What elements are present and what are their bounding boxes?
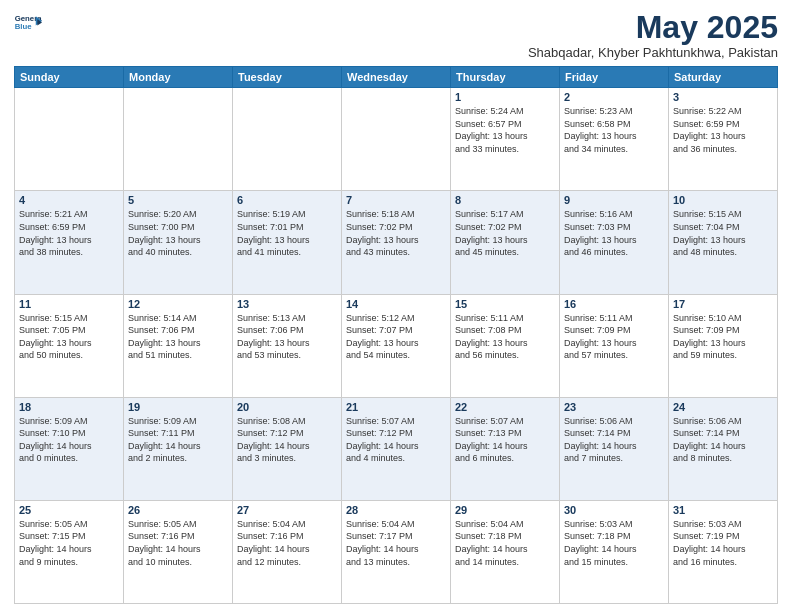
calendar-table: SundayMondayTuesdayWednesdayThursdayFrid… — [14, 66, 778, 604]
location-title: Shabqadar, Khyber Pakhtunkhwa, Pakistan — [528, 45, 778, 60]
day-info: Sunrise: 5:09 AM Sunset: 7:10 PM Dayligh… — [19, 415, 119, 465]
calendar-cell: 14Sunrise: 5:12 AM Sunset: 7:07 PM Dayli… — [342, 294, 451, 397]
day-info: Sunrise: 5:07 AM Sunset: 7:12 PM Dayligh… — [346, 415, 446, 465]
weekday-header-saturday: Saturday — [669, 67, 778, 88]
calendar-cell: 4Sunrise: 5:21 AM Sunset: 6:59 PM Daylig… — [15, 191, 124, 294]
day-number: 3 — [673, 91, 773, 103]
calendar-cell: 2Sunrise: 5:23 AM Sunset: 6:58 PM Daylig… — [560, 88, 669, 191]
day-info: Sunrise: 5:15 AM Sunset: 7:04 PM Dayligh… — [673, 208, 773, 258]
calendar-cell: 29Sunrise: 5:04 AM Sunset: 7:18 PM Dayli… — [451, 500, 560, 603]
calendar-cell: 13Sunrise: 5:13 AM Sunset: 7:06 PM Dayli… — [233, 294, 342, 397]
calendar-cell: 22Sunrise: 5:07 AM Sunset: 7:13 PM Dayli… — [451, 397, 560, 500]
calendar-cell: 15Sunrise: 5:11 AM Sunset: 7:08 PM Dayli… — [451, 294, 560, 397]
day-info: Sunrise: 5:17 AM Sunset: 7:02 PM Dayligh… — [455, 208, 555, 258]
day-info: Sunrise: 5:13 AM Sunset: 7:06 PM Dayligh… — [237, 312, 337, 362]
calendar-cell: 6Sunrise: 5:19 AM Sunset: 7:01 PM Daylig… — [233, 191, 342, 294]
weekday-header-thursday: Thursday — [451, 67, 560, 88]
calendar-cell: 11Sunrise: 5:15 AM Sunset: 7:05 PM Dayli… — [15, 294, 124, 397]
calendar-cell: 24Sunrise: 5:06 AM Sunset: 7:14 PM Dayli… — [669, 397, 778, 500]
title-block: May 2025 Shabqadar, Khyber Pakhtunkhwa, … — [528, 10, 778, 60]
weekday-header-monday: Monday — [124, 67, 233, 88]
day-info: Sunrise: 5:05 AM Sunset: 7:15 PM Dayligh… — [19, 518, 119, 568]
day-info: Sunrise: 5:14 AM Sunset: 7:06 PM Dayligh… — [128, 312, 228, 362]
calendar-cell: 9Sunrise: 5:16 AM Sunset: 7:03 PM Daylig… — [560, 191, 669, 294]
logo-icon: General Blue — [14, 10, 42, 38]
day-info: Sunrise: 5:12 AM Sunset: 7:07 PM Dayligh… — [346, 312, 446, 362]
day-number: 23 — [564, 401, 664, 413]
day-info: Sunrise: 5:15 AM Sunset: 7:05 PM Dayligh… — [19, 312, 119, 362]
day-number: 26 — [128, 504, 228, 516]
day-number: 1 — [455, 91, 555, 103]
svg-text:Blue: Blue — [15, 22, 33, 31]
calendar-cell — [233, 88, 342, 191]
calendar-cell: 1Sunrise: 5:24 AM Sunset: 6:57 PM Daylig… — [451, 88, 560, 191]
weekday-header-sunday: Sunday — [15, 67, 124, 88]
day-number: 7 — [346, 194, 446, 206]
day-number: 2 — [564, 91, 664, 103]
calendar-cell: 17Sunrise: 5:10 AM Sunset: 7:09 PM Dayli… — [669, 294, 778, 397]
day-info: Sunrise: 5:04 AM Sunset: 7:17 PM Dayligh… — [346, 518, 446, 568]
week-row-4: 18Sunrise: 5:09 AM Sunset: 7:10 PM Dayli… — [15, 397, 778, 500]
calendar-cell — [124, 88, 233, 191]
week-row-5: 25Sunrise: 5:05 AM Sunset: 7:15 PM Dayli… — [15, 500, 778, 603]
day-info: Sunrise: 5:24 AM Sunset: 6:57 PM Dayligh… — [455, 105, 555, 155]
day-info: Sunrise: 5:09 AM Sunset: 7:11 PM Dayligh… — [128, 415, 228, 465]
calendar-cell: 19Sunrise: 5:09 AM Sunset: 7:11 PM Dayli… — [124, 397, 233, 500]
day-info: Sunrise: 5:06 AM Sunset: 7:14 PM Dayligh… — [673, 415, 773, 465]
day-info: Sunrise: 5:22 AM Sunset: 6:59 PM Dayligh… — [673, 105, 773, 155]
day-number: 6 — [237, 194, 337, 206]
day-number: 20 — [237, 401, 337, 413]
day-number: 5 — [128, 194, 228, 206]
calendar-cell: 28Sunrise: 5:04 AM Sunset: 7:17 PM Dayli… — [342, 500, 451, 603]
day-info: Sunrise: 5:03 AM Sunset: 7:18 PM Dayligh… — [564, 518, 664, 568]
day-info: Sunrise: 5:18 AM Sunset: 7:02 PM Dayligh… — [346, 208, 446, 258]
day-number: 25 — [19, 504, 119, 516]
day-info: Sunrise: 5:07 AM Sunset: 7:13 PM Dayligh… — [455, 415, 555, 465]
day-info: Sunrise: 5:21 AM Sunset: 6:59 PM Dayligh… — [19, 208, 119, 258]
calendar-cell: 23Sunrise: 5:06 AM Sunset: 7:14 PM Dayli… — [560, 397, 669, 500]
logo: General Blue — [14, 10, 42, 38]
calendar-cell — [15, 88, 124, 191]
calendar-cell: 25Sunrise: 5:05 AM Sunset: 7:15 PM Dayli… — [15, 500, 124, 603]
day-info: Sunrise: 5:19 AM Sunset: 7:01 PM Dayligh… — [237, 208, 337, 258]
weekday-header-friday: Friday — [560, 67, 669, 88]
day-number: 24 — [673, 401, 773, 413]
month-title: May 2025 — [528, 10, 778, 45]
day-info: Sunrise: 5:11 AM Sunset: 7:08 PM Dayligh… — [455, 312, 555, 362]
calendar-cell: 30Sunrise: 5:03 AM Sunset: 7:18 PM Dayli… — [560, 500, 669, 603]
calendar-cell: 26Sunrise: 5:05 AM Sunset: 7:16 PM Dayli… — [124, 500, 233, 603]
day-number: 29 — [455, 504, 555, 516]
calendar-cell: 16Sunrise: 5:11 AM Sunset: 7:09 PM Dayli… — [560, 294, 669, 397]
day-info: Sunrise: 5:04 AM Sunset: 7:16 PM Dayligh… — [237, 518, 337, 568]
day-number: 30 — [564, 504, 664, 516]
day-number: 15 — [455, 298, 555, 310]
day-number: 12 — [128, 298, 228, 310]
page: General Blue May 2025 Shabqadar, Khyber … — [0, 0, 792, 612]
day-info: Sunrise: 5:06 AM Sunset: 7:14 PM Dayligh… — [564, 415, 664, 465]
calendar-cell — [342, 88, 451, 191]
calendar-cell: 18Sunrise: 5:09 AM Sunset: 7:10 PM Dayli… — [15, 397, 124, 500]
day-number: 10 — [673, 194, 773, 206]
calendar-cell: 5Sunrise: 5:20 AM Sunset: 7:00 PM Daylig… — [124, 191, 233, 294]
day-info: Sunrise: 5:03 AM Sunset: 7:19 PM Dayligh… — [673, 518, 773, 568]
calendar-cell: 20Sunrise: 5:08 AM Sunset: 7:12 PM Dayli… — [233, 397, 342, 500]
week-row-1: 1Sunrise: 5:24 AM Sunset: 6:57 PM Daylig… — [15, 88, 778, 191]
weekday-header-wednesday: Wednesday — [342, 67, 451, 88]
day-info: Sunrise: 5:05 AM Sunset: 7:16 PM Dayligh… — [128, 518, 228, 568]
calendar-cell: 31Sunrise: 5:03 AM Sunset: 7:19 PM Dayli… — [669, 500, 778, 603]
calendar-cell: 21Sunrise: 5:07 AM Sunset: 7:12 PM Dayli… — [342, 397, 451, 500]
calendar-cell: 27Sunrise: 5:04 AM Sunset: 7:16 PM Dayli… — [233, 500, 342, 603]
day-number: 13 — [237, 298, 337, 310]
weekday-header-tuesday: Tuesday — [233, 67, 342, 88]
day-number: 17 — [673, 298, 773, 310]
day-number: 21 — [346, 401, 446, 413]
calendar-cell: 12Sunrise: 5:14 AM Sunset: 7:06 PM Dayli… — [124, 294, 233, 397]
day-number: 18 — [19, 401, 119, 413]
calendar-cell: 3Sunrise: 5:22 AM Sunset: 6:59 PM Daylig… — [669, 88, 778, 191]
day-number: 19 — [128, 401, 228, 413]
calendar-cell: 10Sunrise: 5:15 AM Sunset: 7:04 PM Dayli… — [669, 191, 778, 294]
day-info: Sunrise: 5:23 AM Sunset: 6:58 PM Dayligh… — [564, 105, 664, 155]
day-number: 14 — [346, 298, 446, 310]
day-info: Sunrise: 5:16 AM Sunset: 7:03 PM Dayligh… — [564, 208, 664, 258]
week-row-3: 11Sunrise: 5:15 AM Sunset: 7:05 PM Dayli… — [15, 294, 778, 397]
